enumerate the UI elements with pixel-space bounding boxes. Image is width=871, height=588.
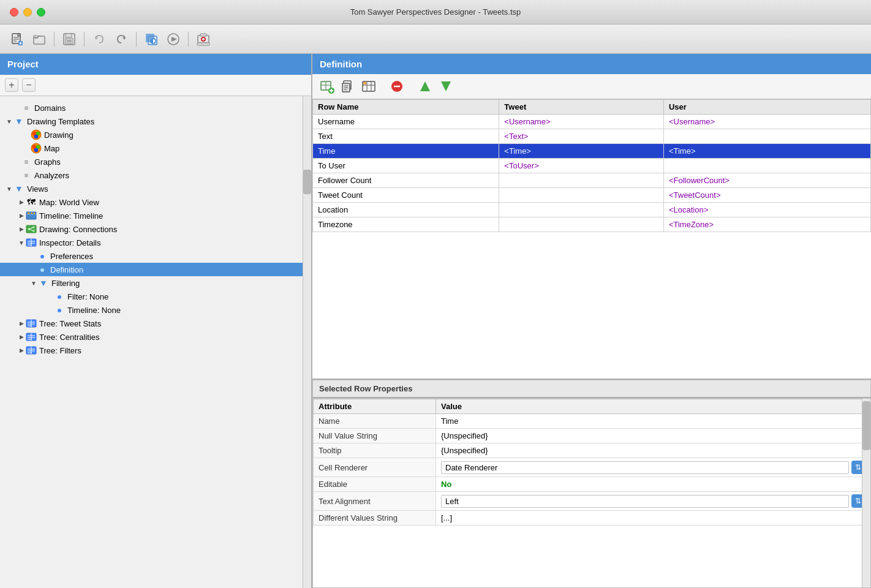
prop-val-3[interactable]: Date Renderer⇅ (436, 458, 870, 477)
domains-label: Domains (34, 104, 66, 113)
table-btn[interactable] (360, 78, 377, 95)
tree-item-inspector-details[interactable]: ▼ Inspector: Details (0, 236, 303, 249)
def-row-tweet-0[interactable]: <Username> (499, 115, 664, 129)
def-row-tweet-4[interactable] (499, 173, 664, 188)
definition-toolbar (312, 74, 871, 99)
project-toolbar: + − (0, 75, 311, 96)
def-row-user-3[interactable] (663, 159, 870, 173)
main-layout: Project + − ≡ Domains ▼ ▼ Drawing T (0, 54, 871, 588)
collapse-all-btn[interactable]: − (22, 78, 36, 92)
def-row-name-0[interactable]: Username (313, 115, 499, 129)
tree-item-tree-filters[interactable]: ▶ Tree: Filters (0, 344, 303, 357)
preferences-icon: ● (37, 251, 48, 262)
tools-btn[interactable] (194, 29, 213, 49)
def-row-name-1[interactable]: Text (313, 129, 499, 144)
project-tree: ≡ Domains ▼ ▼ Drawing Templates (0, 96, 303, 588)
add-row-btn[interactable] (319, 78, 336, 95)
drawing-templates-label: Drawing Templates (27, 117, 94, 126)
open-file-btn[interactable] (29, 29, 49, 49)
move-down-btn[interactable] (437, 78, 454, 95)
prop-val-0: Time (436, 414, 870, 429)
props-col-value[interactable]: Value (436, 399, 870, 414)
save-file-btn[interactable] (59, 29, 79, 49)
filter-none-icon: ● (54, 291, 65, 302)
props-col-attribute[interactable]: Attribute (314, 399, 436, 414)
analyzers-label: Analyzers (34, 171, 69, 180)
props-scrollbar-thumb[interactable] (862, 401, 870, 450)
tree-item-tree-tweet-stats[interactable]: ▶ Tree: Tweet Stats (0, 317, 303, 330)
def-row-tweet-6[interactable] (499, 203, 664, 217)
def-row-user-1[interactable] (663, 129, 870, 144)
prop-val-2: {Unspecified} (436, 443, 870, 458)
tree-item-drawing-connections[interactable]: ▶ Drawing: Connections (0, 222, 303, 236)
def-row-user-2[interactable]: <Time> (663, 144, 870, 159)
delete-btn[interactable] (388, 78, 405, 95)
run-btn[interactable] (164, 29, 183, 49)
tree-item-timeline-timeline[interactable]: ▶ Timeline: Timeline (0, 209, 303, 222)
selected-row-properties-section: Selected Row Properties Attribute Value … (312, 380, 871, 588)
col-tweet[interactable]: Tweet (499, 100, 664, 115)
arrow-domains (12, 104, 21, 112)
props-scrollbar[interactable] (862, 399, 870, 587)
def-row-user-4[interactable]: <FollowerCount> (663, 173, 870, 188)
def-row-name-2[interactable]: Time (313, 144, 499, 159)
tree-item-timeline-none[interactable]: ● Timeline: None (0, 303, 303, 317)
drawing-templates-icon: ▼ (13, 116, 25, 127)
def-row-tweet-2[interactable]: <Time> (499, 144, 664, 159)
def-row-name-5[interactable]: Tweet Count (313, 188, 499, 203)
tree-item-filter-none[interactable]: ● Filter: None (0, 290, 303, 303)
tree-item-filtering[interactable]: ▼ ▼ Filtering (0, 276, 303, 290)
tree-item-drawing-templates[interactable]: ▼ ▼ Drawing Templates (0, 115, 303, 128)
expand-all-btn[interactable]: + (5, 78, 18, 92)
def-row-user-6[interactable]: <Location> (663, 203, 870, 217)
new-file-btn[interactable] (7, 29, 27, 49)
tree-item-preferences[interactable]: ● Preferences (0, 249, 303, 263)
def-row-tweet-7[interactable] (499, 217, 664, 232)
export-btn[interactable] (141, 29, 161, 49)
tree-item-map-world-view[interactable]: ▶ 🗺 Map: World View (0, 195, 303, 209)
tree-item-graphs[interactable]: ≡ Graphs (0, 155, 303, 168)
filtering-icon: ▼ (38, 277, 49, 288)
undo-btn[interactable] (89, 29, 109, 49)
filter-none-label: Filter: None (67, 292, 108, 301)
prop-val-5[interactable]: Left⇅ (436, 492, 870, 511)
prop-attr-4: Editable (314, 477, 436, 492)
def-row-tweet-5[interactable] (499, 188, 664, 203)
tree-item-definition[interactable]: ● Definition (0, 263, 303, 276)
arrow-graphs (12, 157, 21, 166)
prop-attr-5: Text Alignment (314, 492, 436, 511)
close-button[interactable] (10, 8, 18, 17)
definition-label: Definition (50, 265, 83, 274)
copy-row-btn[interactable] (339, 78, 356, 95)
tree-item-drawing[interactable]: Drawing (0, 128, 303, 141)
timeline-icon (26, 210, 37, 221)
arrow-drawing-connections: ▶ (17, 225, 26, 233)
move-up-btn[interactable] (417, 78, 434, 95)
def-row-user-5[interactable]: <TweetCount> (663, 188, 870, 203)
prop-val-4: No (436, 477, 870, 492)
col-user[interactable]: User (663, 100, 870, 115)
tree-item-views[interactable]: ▼ ▼ Views (0, 182, 303, 195)
timeline-none-label: Timeline: None (67, 306, 121, 315)
def-row-user-7[interactable]: <TimeZone> (663, 217, 870, 232)
maximize-button[interactable] (37, 8, 45, 17)
def-row-tweet-1[interactable]: <Text> (499, 129, 664, 144)
tree-item-domains[interactable]: ≡ Domains (0, 101, 303, 115)
def-row-name-7[interactable]: Timezone (313, 217, 499, 232)
tree-item-map[interactable]: Map (0, 141, 303, 155)
tree-item-tree-centralities[interactable]: ▶ Tree: Centralities (0, 330, 303, 344)
def-row-tweet-3[interactable]: <ToUser> (499, 159, 664, 173)
minimize-button[interactable] (23, 8, 32, 17)
graphs-label: Graphs (34, 157, 61, 167)
def-row-name-3[interactable]: To User (313, 159, 499, 173)
tree-item-analyzers[interactable]: ≡ Analyzers (0, 168, 303, 182)
col-row-name[interactable]: Row Name (313, 100, 499, 115)
filtering-label: Filtering (51, 279, 80, 288)
redo-btn[interactable] (111, 29, 131, 49)
props-table-container: Attribute Value NameTimeNull Value Strin… (312, 398, 871, 588)
def-row-user-0[interactable]: <Username> (663, 115, 870, 129)
left-panel-scroll-thumb[interactable] (303, 170, 311, 194)
def-row-name-6[interactable]: Location (313, 203, 499, 217)
left-panel-scrollbar[interactable] (303, 96, 311, 588)
def-row-name-4[interactable]: Follower Count (313, 173, 499, 188)
